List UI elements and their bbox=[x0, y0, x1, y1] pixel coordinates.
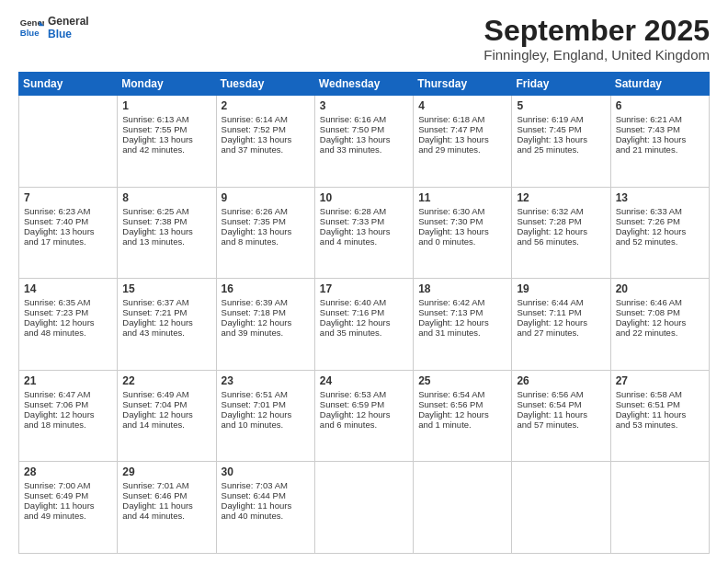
day-text: Daylight: 12 hours bbox=[517, 226, 605, 236]
cell-w1-d5: 4Sunrise: 6:18 AMSunset: 7:47 PMDaylight… bbox=[414, 96, 512, 188]
day-number: 9 bbox=[222, 191, 310, 204]
cell-w2-d1: 7Sunrise: 6:23 AMSunset: 7:40 PMDaylight… bbox=[19, 187, 118, 279]
day-text: and 22 minutes. bbox=[616, 327, 704, 338]
cell-w3-d6: 19Sunrise: 6:44 AMSunset: 7:11 PMDayligh… bbox=[512, 279, 610, 371]
day-text: Sunset: 7:06 PM bbox=[24, 399, 112, 409]
day-text: and 56 minutes. bbox=[517, 236, 605, 247]
cell-w5-d2: 29Sunrise: 7:01 AMSunset: 6:46 PMDayligh… bbox=[118, 462, 216, 554]
day-text: Sunrise: 6:30 AM bbox=[418, 206, 506, 216]
cell-w5-d4 bbox=[314, 462, 413, 554]
day-text: Daylight: 12 hours bbox=[320, 409, 408, 419]
day-text: Sunset: 7:40 PM bbox=[24, 216, 112, 226]
day-text: Sunset: 7:08 PM bbox=[616, 307, 704, 317]
day-text: Daylight: 11 hours bbox=[24, 500, 112, 511]
day-number: 19 bbox=[517, 282, 605, 295]
day-text: Sunset: 7:16 PM bbox=[320, 307, 408, 317]
day-text: Sunset: 7:45 PM bbox=[517, 124, 605, 134]
day-text: Sunrise: 6:13 AM bbox=[122, 114, 210, 124]
day-text: and 27 minutes. bbox=[517, 327, 605, 338]
cell-w5-d1: 28Sunrise: 7:00 AMSunset: 6:49 PMDayligh… bbox=[19, 462, 118, 554]
day-text: Daylight: 12 hours bbox=[418, 409, 506, 419]
cell-w5-d7 bbox=[610, 462, 709, 554]
day-text: and 40 minutes. bbox=[222, 511, 310, 521]
day-number: 20 bbox=[616, 282, 704, 295]
day-text: Sunset: 7:33 PM bbox=[320, 216, 408, 226]
day-number: 6 bbox=[616, 99, 704, 112]
day-text: and 31 minutes. bbox=[418, 327, 506, 338]
day-text: Sunrise: 6:44 AM bbox=[517, 297, 605, 307]
logo-icon: General Blue bbox=[18, 15, 44, 40]
day-text: Sunset: 7:21 PM bbox=[122, 307, 210, 317]
day-text: Sunrise: 6:39 AM bbox=[222, 297, 310, 307]
day-text: Sunset: 7:30 PM bbox=[418, 216, 506, 226]
cell-w5-d3: 30Sunrise: 7:03 AMSunset: 6:44 PMDayligh… bbox=[216, 462, 314, 554]
day-text: Sunset: 7:13 PM bbox=[418, 307, 506, 317]
col-header-friday: Friday bbox=[512, 73, 610, 96]
day-number: 2 bbox=[222, 99, 310, 112]
day-text: and 57 minutes. bbox=[517, 419, 605, 430]
day-text: and 52 minutes. bbox=[616, 236, 704, 247]
day-number: 12 bbox=[517, 191, 605, 204]
cell-w1-d3: 2Sunrise: 6:14 AMSunset: 7:52 PMDaylight… bbox=[216, 96, 314, 188]
day-text: Sunrise: 6:32 AM bbox=[517, 206, 605, 216]
day-text: Daylight: 12 hours bbox=[616, 317, 704, 327]
day-text: and 49 minutes. bbox=[24, 511, 112, 521]
day-text: Sunset: 6:56 PM bbox=[418, 399, 506, 409]
day-text: and 39 minutes. bbox=[222, 327, 310, 338]
day-text: Sunrise: 6:53 AM bbox=[320, 389, 408, 399]
location: Finningley, England, United Kingdom bbox=[483, 47, 710, 63]
day-number: 15 bbox=[122, 282, 210, 295]
day-number: 26 bbox=[517, 374, 605, 387]
logo-line2: Blue bbox=[48, 28, 89, 40]
day-text: Sunset: 6:54 PM bbox=[517, 399, 605, 409]
day-text: Sunrise: 7:03 AM bbox=[222, 480, 310, 490]
cell-w4-d7: 27Sunrise: 6:58 AMSunset: 6:51 PMDayligh… bbox=[610, 370, 709, 462]
day-text: Daylight: 12 hours bbox=[320, 317, 408, 327]
day-text: and 18 minutes. bbox=[24, 419, 112, 430]
cell-w1-d1 bbox=[19, 96, 118, 188]
day-text: Daylight: 12 hours bbox=[517, 317, 605, 327]
cell-w3-d2: 15Sunrise: 6:37 AMSunset: 7:21 PMDayligh… bbox=[118, 279, 216, 371]
cell-w4-d4: 24Sunrise: 6:53 AMSunset: 6:59 PMDayligh… bbox=[314, 370, 413, 462]
day-number: 3 bbox=[320, 99, 408, 112]
day-text: Sunrise: 6:47 AM bbox=[24, 389, 112, 399]
day-text: Daylight: 13 hours bbox=[517, 134, 605, 144]
day-text: Sunset: 7:01 PM bbox=[222, 399, 310, 409]
day-text: and 44 minutes. bbox=[122, 511, 210, 521]
day-text: Daylight: 12 hours bbox=[24, 317, 112, 327]
day-number: 22 bbox=[122, 374, 210, 387]
cell-w3-d3: 16Sunrise: 6:39 AMSunset: 7:18 PMDayligh… bbox=[216, 279, 314, 371]
day-text: and 8 minutes. bbox=[222, 236, 310, 247]
day-text: Sunset: 7:35 PM bbox=[222, 216, 310, 226]
day-number: 17 bbox=[320, 282, 408, 295]
day-number: 24 bbox=[320, 374, 408, 387]
day-number: 18 bbox=[418, 282, 506, 295]
day-number: 28 bbox=[24, 465, 112, 478]
day-text: Sunrise: 6:14 AM bbox=[222, 114, 310, 124]
day-text: Sunset: 6:49 PM bbox=[24, 490, 112, 500]
calendar-header-row: SundayMondayTuesdayWednesdayThursdayFrid… bbox=[19, 73, 710, 96]
day-number: 23 bbox=[222, 374, 310, 387]
cell-w4-d5: 25Sunrise: 6:54 AMSunset: 6:56 PMDayligh… bbox=[414, 370, 512, 462]
day-text: Daylight: 12 hours bbox=[222, 409, 310, 419]
cell-w4-d2: 22Sunrise: 6:49 AMSunset: 7:04 PMDayligh… bbox=[118, 370, 216, 462]
day-text: Daylight: 13 hours bbox=[418, 226, 506, 236]
day-text: and 42 minutes. bbox=[122, 144, 210, 155]
day-text: Sunset: 7:04 PM bbox=[122, 399, 210, 409]
day-text: and 1 minute. bbox=[418, 419, 506, 430]
day-text: Daylight: 12 hours bbox=[122, 409, 210, 419]
day-text: and 43 minutes. bbox=[122, 327, 210, 338]
cell-w5-d5 bbox=[414, 462, 512, 554]
col-header-saturday: Saturday bbox=[610, 73, 709, 96]
day-text: Daylight: 11 hours bbox=[122, 500, 210, 511]
week-row-2: 7Sunrise: 6:23 AMSunset: 7:40 PMDaylight… bbox=[19, 187, 710, 279]
day-text: and 53 minutes. bbox=[616, 419, 704, 430]
week-row-3: 14Sunrise: 6:35 AMSunset: 7:23 PMDayligh… bbox=[19, 279, 710, 371]
day-text: Sunrise: 6:40 AM bbox=[320, 297, 408, 307]
day-text: and 35 minutes. bbox=[320, 327, 408, 338]
day-text: and 13 minutes. bbox=[122, 236, 210, 247]
day-number: 5 bbox=[517, 99, 605, 112]
day-text: Daylight: 13 hours bbox=[122, 226, 210, 236]
cell-w3-d7: 20Sunrise: 6:46 AMSunset: 7:08 PMDayligh… bbox=[610, 279, 709, 371]
cell-w3-d1: 14Sunrise: 6:35 AMSunset: 7:23 PMDayligh… bbox=[19, 279, 118, 371]
